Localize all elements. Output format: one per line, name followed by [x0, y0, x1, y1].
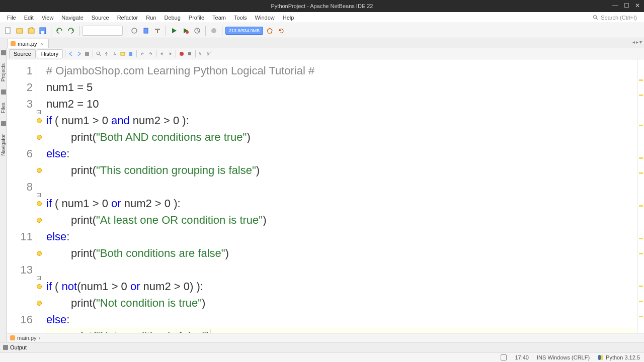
code-line[interactable]: print("Both AND conditions are true")	[46, 129, 637, 145]
redo-icon[interactable]	[66, 26, 76, 36]
sidebar-projects[interactable]: Projects	[1, 63, 6, 81]
nav-fwd-icon[interactable]	[75, 50, 83, 57]
code-line[interactable]: if ( num1 > 0 and num2 > 0 ):	[46, 112, 637, 129]
code-line[interactable]: print("This condition grouping is false"…	[46, 162, 637, 178]
code-line[interactable]: if ( not(num1 > 0 or num2 > 0) ):	[46, 278, 637, 295]
shift-left-icon[interactable]	[158, 50, 166, 57]
menu-file[interactable]: File	[3, 13, 20, 22]
debug-icon[interactable]	[181, 26, 191, 36]
find-selection-icon[interactable]	[95, 50, 102, 57]
code-line[interactable]: # OjamboShop.com Learning Python Logical…	[46, 62, 637, 79]
sidebar-files[interactable]: Files	[1, 103, 6, 113]
stop-icon[interactable]	[209, 26, 219, 36]
build-icon[interactable]	[129, 26, 139, 36]
menu-window[interactable]: Window	[251, 13, 279, 22]
macro-stop-icon[interactable]	[186, 50, 193, 57]
clean-build-icon[interactable]	[141, 26, 151, 36]
menu-profile[interactable]: Profile	[185, 13, 208, 22]
macro-record-icon[interactable]	[178, 50, 185, 57]
hint-bulb-icon[interactable]	[37, 218, 42, 223]
nav-last-edit-icon[interactable]	[84, 50, 91, 57]
global-search[interactable]: Search (Ctrl+I)	[593, 15, 641, 21]
hint-bulb-icon[interactable]	[37, 251, 42, 256]
fold-toggle-icon[interactable]: −	[37, 193, 41, 197]
maximize-button[interactable]: ☐	[623, 2, 630, 9]
code-content[interactable]: # OjamboShop.com Learning Python Logical…	[42, 59, 637, 333]
find-prev-icon[interactable]	[103, 50, 110, 57]
new-file-icon[interactable]	[3, 26, 13, 36]
undo-icon[interactable]	[54, 26, 64, 36]
toggle-highlight-icon[interactable]	[119, 50, 126, 57]
cursor-position[interactable]: 17:40	[515, 354, 529, 360]
menu-run[interactable]: Run	[142, 13, 160, 22]
hammer-icon[interactable]	[152, 26, 163, 36]
save-all-icon[interactable]	[38, 26, 48, 36]
code-line[interactable]: else:	[46, 228, 637, 245]
sidebar-navigator[interactable]: Navigator	[1, 134, 6, 156]
minimize-button[interactable]: —	[612, 2, 619, 9]
sidebar-services-icon[interactable]	[1, 121, 6, 126]
source-tab[interactable]: Source	[9, 49, 36, 58]
find-next-icon[interactable]	[111, 50, 118, 57]
code-line[interactable]: else:	[46, 311, 637, 328]
code-line[interactable]: else:	[46, 145, 637, 162]
menu-refactor[interactable]: Refactor	[113, 13, 142, 22]
code-line[interactable]: print("At least one OR condition is true…	[46, 212, 637, 228]
menu-help[interactable]: Help	[279, 13, 298, 22]
close-button[interactable]: ✕	[634, 2, 641, 9]
tab-close-icon[interactable]: ×	[41, 41, 43, 46]
breadcrumb-file[interactable]: main.py	[17, 335, 37, 341]
comment-icon[interactable]: //	[198, 50, 205, 57]
shift-right-icon[interactable]	[167, 50, 174, 57]
hint-bulb-icon[interactable]	[37, 135, 42, 140]
code-line[interactable]: print("Both conditions are false")	[46, 245, 637, 261]
menu-source[interactable]: Source	[88, 13, 113, 22]
new-project-icon[interactable]	[15, 26, 25, 36]
code-line[interactable]: num2 = 10	[46, 96, 637, 112]
hint-bulb-icon[interactable]	[37, 168, 42, 173]
prev-bookmark-icon[interactable]	[139, 50, 146, 57]
open-icon[interactable]	[26, 26, 36, 36]
toggle-bookmark-icon[interactable]	[127, 50, 134, 57]
sidebar-files-icon[interactable]	[1, 89, 6, 95]
menu-view[interactable]: View	[38, 13, 58, 22]
hint-bulb-icon[interactable]	[37, 301, 42, 306]
fold-toggle-icon[interactable]: −	[37, 276, 41, 280]
menu-navigate[interactable]: Navigate	[57, 13, 87, 22]
fold-toggle-icon[interactable]: −	[37, 110, 41, 114]
memory-indicator[interactable]: 213.6/534.0MB	[225, 27, 263, 35]
tab-scroll-left-icon[interactable]: ◂	[632, 39, 635, 45]
code-line[interactable]: print("Not condition is false")	[46, 328, 637, 333]
code-line[interactable]	[46, 178, 637, 195]
notifications-icon[interactable]	[501, 354, 507, 360]
hint-bulb-icon[interactable]	[37, 284, 42, 289]
config-dropdown[interactable]	[83, 26, 123, 36]
next-bookmark-icon[interactable]	[147, 50, 154, 57]
code-editor[interactable]: 12368111316 −−− # OjamboShop.com Learnin…	[7, 59, 644, 333]
menu-team[interactable]: Team	[208, 13, 230, 22]
menu-tools[interactable]: Tools	[230, 13, 251, 22]
tab-scroll-right-icon[interactable]: ▸	[636, 39, 638, 45]
menu-edit[interactable]: Edit	[20, 13, 38, 22]
uncomment-icon[interactable]: //	[206, 50, 213, 57]
tab-main-py[interactable]: main.py ×	[7, 39, 49, 48]
code-line[interactable]: print("Not condition is true")	[46, 295, 637, 311]
output-tab[interactable]: Output	[10, 344, 27, 350]
sidebar-projects-icon[interactable]	[1, 50, 6, 55]
hint-bulb-icon[interactable]	[37, 118, 42, 123]
tab-list-icon[interactable]: ▾	[639, 39, 642, 45]
python-version[interactable]: Python 3.12.5	[598, 354, 640, 360]
error-stripe[interactable]	[637, 59, 644, 333]
history-tab[interactable]: History	[37, 49, 63, 58]
nav-back-icon[interactable]	[67, 50, 74, 57]
code-line[interactable]	[46, 261, 637, 278]
refresh-icon[interactable]	[276, 26, 286, 36]
gc-icon[interactable]	[265, 26, 275, 36]
menu-debug[interactable]: Debug	[160, 13, 184, 22]
code-line[interactable]: num1 = 5	[46, 79, 637, 96]
code-line[interactable]: if ( num1 > 0 or num2 > 0 ):	[46, 195, 637, 212]
encoding-indicator[interactable]: INS Windows (CRLF)	[537, 354, 590, 360]
profile-icon[interactable]	[192, 26, 202, 36]
run-icon[interactable]	[169, 26, 179, 36]
hint-bulb-icon[interactable]	[37, 201, 42, 206]
